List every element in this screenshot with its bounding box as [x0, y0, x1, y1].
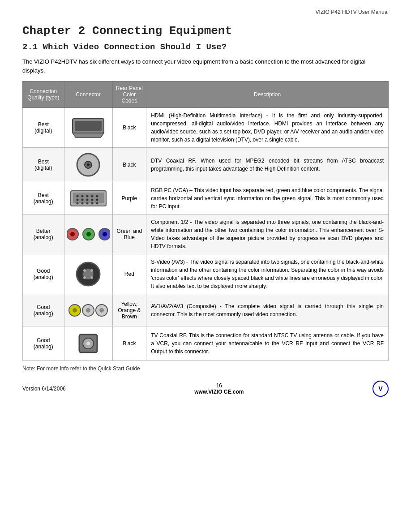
- svg-point-13: [81, 198, 83, 201]
- note-text: Note: For more info refer to the Quick S…: [22, 365, 389, 372]
- svg-point-17: [86, 202, 88, 204]
- col-header-color: Rear Panel Color Codes: [112, 82, 146, 108]
- table-row: Best(digital) Black DTV Coaxial RF. When…: [23, 148, 389, 182]
- svg-point-32: [83, 269, 86, 272]
- col-header-connector: Connector: [64, 82, 112, 108]
- svg-point-11: [76, 202, 78, 204]
- color-cell: Green and Blue: [112, 215, 146, 254]
- svg-point-12: [81, 195, 83, 197]
- svg-point-41: [99, 308, 104, 313]
- svg-point-20: [91, 202, 93, 204]
- intro-text: The VIZIO P42HDTV has six different ways…: [22, 57, 389, 75]
- svg-point-18: [91, 195, 93, 197]
- website-label: www.VIZIO CE.com: [194, 389, 244, 395]
- svg-point-25: [70, 232, 75, 236]
- col-header-description: Description: [146, 82, 389, 108]
- footer-center: 16 www.VIZIO CE.com: [194, 382, 244, 395]
- connector-cell: [64, 108, 112, 148]
- color-cell: Black: [112, 148, 146, 182]
- description-cell: AV1/AV2/AV3 (Composite) - The complete v…: [146, 294, 389, 326]
- version-label: Version 6/14/2006: [22, 386, 66, 392]
- svg-point-22: [96, 198, 98, 201]
- quality-cell: Good(analog): [23, 294, 64, 326]
- table-row: Best(digital) Black HDMI (High-Definitio…: [23, 108, 389, 148]
- svg-point-37: [73, 308, 77, 313]
- connector-cell: [64, 182, 112, 215]
- svg-point-23: [96, 202, 98, 204]
- page-footer: Version 6/14/2006 16 www.VIZIO CE.com V: [22, 381, 389, 397]
- svg-rect-8: [73, 193, 104, 203]
- svg-rect-1: [75, 121, 102, 131]
- svg-point-10: [76, 198, 78, 201]
- svg-point-34: [83, 276, 86, 279]
- connection-table-container: Connection Quality (type) Connector Rear…: [22, 81, 389, 361]
- svg-point-44: [86, 342, 90, 345]
- quality-cell: Best(digital): [23, 108, 64, 148]
- svg-point-39: [86, 308, 90, 313]
- table-row: Best(analog) Purple RGB PC (VGA) – This …: [23, 182, 389, 215]
- quality-cell: Best(analog): [23, 182, 64, 215]
- svg-marker-2: [73, 133, 104, 137]
- description-cell: RGB PC (VGA) – This video input has sepa…: [146, 182, 389, 215]
- description-cell: S-Video (AV3) - The video signal is sepa…: [146, 254, 389, 294]
- table-row: Good(analog) Yellow, Orange & Brown AV1/…: [23, 294, 389, 326]
- quality-cell: Good(analog): [23, 326, 64, 361]
- svg-point-19: [91, 198, 93, 201]
- color-cell: Red: [112, 254, 146, 294]
- vizio-logo: V: [372, 381, 389, 397]
- description-cell: DTV Coaxial RF. When used for MPEG2 enco…: [146, 148, 389, 182]
- description-cell: Component 1/2 - The video signal is sepa…: [146, 215, 389, 254]
- svg-point-29: [103, 232, 107, 236]
- col-header-quality: Connection Quality (type): [23, 82, 64, 108]
- quality-cell: Better(analog): [23, 215, 64, 254]
- quality-cell: Good(analog): [23, 254, 64, 294]
- table-row: Better(analog) Green and Blue Component …: [23, 215, 389, 254]
- page-header: VIZIO P42 HDTV User Manual: [22, 9, 389, 15]
- svg-point-33: [90, 269, 93, 272]
- quality-cell: Best(digital): [23, 148, 64, 182]
- svg-point-35: [90, 276, 93, 279]
- connector-cell: [64, 148, 112, 182]
- connector-cell: [64, 294, 112, 326]
- section-title: 2.1 Which Video Connection Should I Use?: [22, 42, 389, 52]
- description-cell: HDMI (High-Definition Multimedia Interfa…: [146, 108, 389, 148]
- table-row: Good(analog) Red S-Video (AV3) - The vid…: [23, 254, 389, 294]
- color-cell: Black: [112, 108, 146, 148]
- connector-cell: [64, 326, 112, 361]
- svg-point-6: [87, 163, 90, 166]
- svg-point-27: [86, 232, 91, 236]
- table-row: Good(analog) Black TV Coaxial RF. This i…: [23, 326, 389, 361]
- color-cell: Yellow, Orange & Brown: [112, 294, 146, 326]
- svg-point-9: [76, 195, 78, 197]
- connector-cell: [64, 215, 112, 254]
- page-number: 16: [194, 382, 244, 389]
- connector-cell: [64, 254, 112, 294]
- svg-point-16: [86, 198, 88, 201]
- svg-point-15: [86, 195, 88, 197]
- description-cell: TV Coaxial RF. This is the connection fo…: [146, 326, 389, 361]
- color-cell: Black: [112, 326, 146, 361]
- svg-point-21: [96, 195, 98, 197]
- connection-table: Connection Quality (type) Connector Rear…: [22, 81, 389, 361]
- svg-point-14: [81, 202, 83, 204]
- color-cell: Purple: [112, 182, 146, 215]
- chapter-title: Chapter 2 Connecting Equipment: [22, 24, 389, 38]
